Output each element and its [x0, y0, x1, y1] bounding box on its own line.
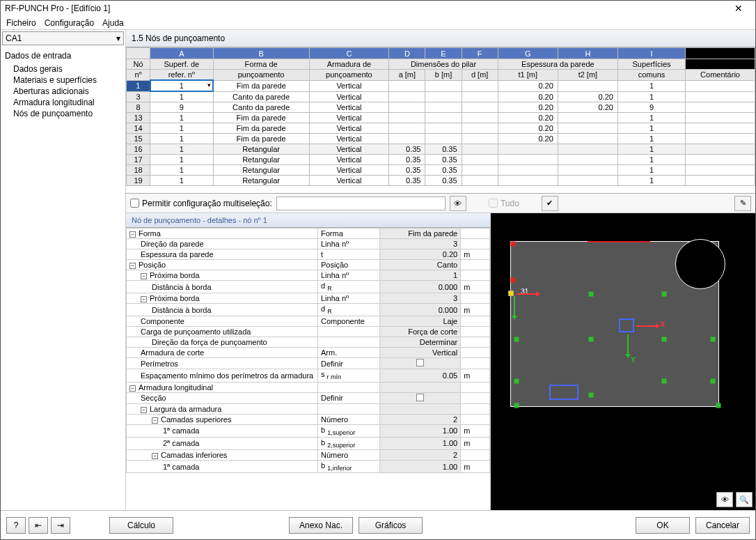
ok-button[interactable]: OK [636, 517, 690, 534]
calc-button[interactable]: Cálculo [109, 517, 173, 534]
tree-root[interactable]: Dados de entrada [2, 49, 124, 62]
detail-row[interactable]: 1ª camadab 1,superior1.00m [127, 424, 490, 437]
detail-title: Nó de punçoamento - detalhes - nó nº 1 [126, 213, 490, 228]
tree-item-punchnodes[interactable]: Nós de punçoamento [2, 108, 124, 119]
table-row[interactable]: 151Fim da paredeVertical0.201 [127, 134, 755, 144]
cancel-button[interactable]: Cancelar [695, 517, 750, 534]
graphics-button[interactable]: Gráficos [359, 517, 423, 534]
axis-x-label: X [660, 321, 665, 328]
detail-row[interactable]: −Próxima bordaLinha nº3 [127, 293, 490, 304]
help-icon[interactable]: ? [6, 517, 26, 534]
footer: ? ⇤ ⇥ Cálculo Anexo Nac. Gráficos OK Can… [1, 510, 755, 539]
grid-toolbar: Permitir configuração multiseleção: 👁 Tu… [126, 194, 755, 213]
table-row[interactable]: 171RetangularVertical0.350.351 [127, 155, 755, 165]
nodes-table[interactable]: ABCDEFGHIJNóSuperf. deForma deArmadura d… [126, 47, 755, 186]
detail-row[interactable]: −Camadas inferioresNúmero2 [127, 449, 490, 460]
axis-y-label: Y [631, 356, 636, 364]
all-checkbox[interactable]: Tudo [489, 199, 519, 208]
detail-row[interactable]: 2ª camadab 2,superior1.00m [127, 437, 490, 449]
viewport-panel: 31 [491, 213, 755, 510]
detail-row[interactable]: −FormaFormaFim da parede [127, 229, 490, 239]
detail-row[interactable]: −Armadura longitudinal [127, 382, 490, 392]
close-icon[interactable]: ✕ [726, 3, 751, 14]
detail-row[interactable]: Direção da paredeLinha nº3 [127, 239, 490, 249]
pick-icon[interactable]: 👁 [450, 196, 466, 211]
tree-item-reinforcement[interactable]: Armadura longitudinal [2, 97, 124, 108]
detail-row[interactable]: −Camadas superioresNúmero2 [127, 414, 490, 424]
window-title: RF-PUNCH Pro - [Edifício 1] [5, 3, 726, 13]
detail-row[interactable]: Carga de punçoamento utilizadaForça de c… [127, 327, 490, 337]
tree-item-materials[interactable]: Materiais e superfícies [2, 75, 124, 86]
menu-file[interactable]: Ficheiro [6, 18, 36, 28]
detail-row[interactable]: −Próxima bordaLinha nº1 [127, 270, 490, 281]
check-icon[interactable]: ✔ [542, 196, 558, 211]
title-bar: RF-PUNCH Pro - [Edifício 1] ✕ [1, 1, 755, 16]
table-row[interactable]: 141Fim da paredeVertical0.201 [127, 123, 755, 134]
case-combo[interactable]: CA1 ▾ [2, 31, 124, 45]
multiselect-checkbox[interactable]: Permitir configuração multiseleção: [130, 199, 272, 208]
detail-row[interactable]: −Largura da armadura [127, 403, 490, 414]
tree-item-openings[interactable]: Aberturas adicionais [2, 86, 124, 97]
detail-row[interactable]: PerímetrosDefinir [127, 358, 490, 369]
detail-table[interactable]: −FormaFormaFim da paredeDireção da pared… [126, 228, 490, 473]
wand-icon[interactable]: ✎ [734, 196, 751, 211]
table-row[interactable]: 89Canto da paredeVertical0.200.209 [127, 102, 755, 113]
model-viewport[interactable]: 31 [491, 213, 755, 510]
annex-button[interactable]: Anexo Nac. [289, 517, 353, 534]
table-row[interactable]: 11Fim da paredeVertical0.201 [127, 80, 755, 91]
table-row[interactable]: 131Fim da paredeVertical0.201 [127, 113, 755, 123]
detail-row[interactable]: Direção da força de punçoamentoDetermina… [127, 337, 490, 348]
eye-icon[interactable]: 👁 [716, 492, 733, 507]
detail-row[interactable]: Armadura de corteArm.Vertical [127, 348, 490, 358]
left-pane: CA1 ▾ Dados de entrada Dados gerais Mate… [1, 30, 126, 510]
table-row[interactable]: 181RetangularVertical0.350.351 [127, 165, 755, 176]
page-title: 1.5 Nós de punçoamento [126, 30, 755, 47]
next-icon[interactable]: ⇥ [51, 517, 70, 534]
detail-row[interactable]: Distância à bordad R0.000m [127, 304, 490, 316]
menu-config[interactable]: Configuração [45, 18, 94, 28]
case-combo-value: CA1 [6, 33, 22, 43]
table-row[interactable]: 191RetangularVertical0.350.351 [127, 176, 755, 186]
chevron-down-icon: ▾ [116, 33, 120, 43]
zoom-icon[interactable]: 🔍 [736, 492, 753, 507]
nav-tree: Dados de entrada Dados gerais Materiais … [1, 47, 125, 510]
detail-row[interactable]: 1ª camadab 1,inferior1.00m [127, 460, 490, 472]
detail-row[interactable]: −PosiçãoPosiçãoCanto [127, 260, 490, 270]
table-row[interactable]: 31Canto da paredeVertical0.200.201 [127, 91, 755, 102]
table-row[interactable]: 161RetangularVertical0.350.351 [127, 144, 755, 155]
detail-row[interactable]: Espaçamento mínimo dos perímetros da arm… [127, 369, 490, 382]
menu-help[interactable]: Ajuda [102, 18, 124, 28]
tree-item-general[interactable]: Dados gerais [2, 63, 124, 75]
detail-row[interactable]: Espessura da paredet0.20m [127, 249, 490, 260]
menu-bar: Ficheiro Configuração Ajuda [1, 16, 755, 30]
detail-row[interactable]: Distância à bordad R0.000m [127, 281, 490, 293]
multiselect-input[interactable] [276, 196, 446, 210]
previous-icon[interactable]: ⇤ [29, 517, 48, 534]
detail-row[interactable]: ComponenteComponenteLaje [127, 316, 490, 327]
selected-node-marker [508, 291, 514, 296]
detail-row[interactable]: SecçãoDefinir [127, 392, 490, 403]
